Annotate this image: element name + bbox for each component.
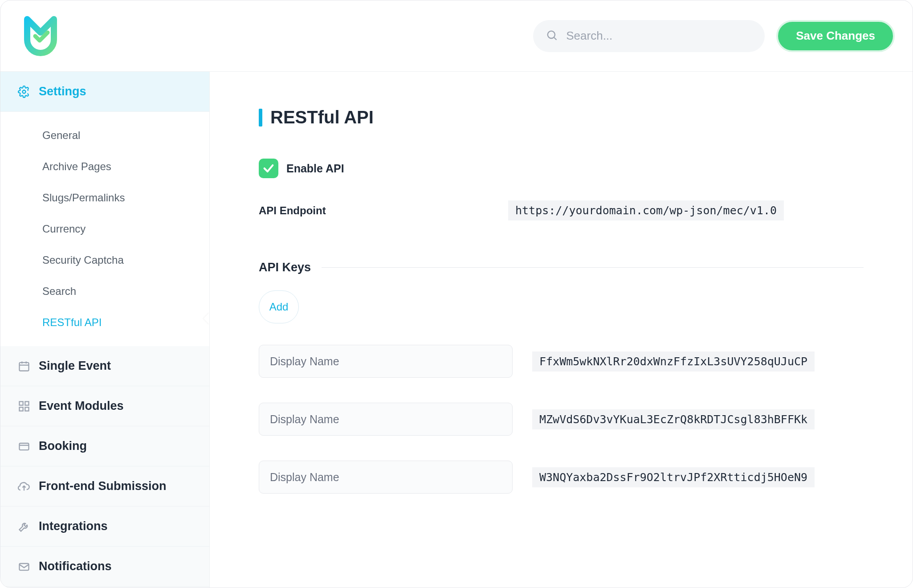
endpoint-value: https://yourdomain.com/wp-json/mec/v1.0 bbox=[508, 200, 784, 220]
svg-rect-7 bbox=[20, 401, 23, 405]
api-key-row: MZwVdS6Dv3vYKuaL3EcZrQ8kRDTJCsgl83hBFFKk bbox=[259, 403, 864, 436]
svg-rect-3 bbox=[20, 362, 29, 371]
api-keys-heading: API Keys bbox=[259, 261, 864, 274]
sidebar-section-single-event[interactable]: Single Event bbox=[0, 346, 209, 386]
check-icon bbox=[262, 162, 275, 175]
search-input[interactable] bbox=[566, 29, 752, 43]
wallet-icon bbox=[17, 440, 31, 453]
search-box[interactable] bbox=[533, 20, 765, 52]
grid-icon bbox=[17, 400, 31, 413]
sidebar-item-archive-pages[interactable]: Archive Pages bbox=[0, 151, 209, 182]
api-key-row: FfxWm5wkNXlRr20dxWnzFfzIxL3sUVY258qUJuCP bbox=[259, 345, 864, 378]
divider-line bbox=[322, 267, 864, 268]
endpoint-row: API Endpoint https://yourdomain.com/wp-j… bbox=[259, 200, 864, 220]
sidebar-section-label: Single Event bbox=[39, 359, 111, 373]
svg-rect-13 bbox=[20, 564, 29, 570]
sidebar-section-frontend-submission[interactable]: Front-end Submission bbox=[0, 466, 209, 506]
sidebar-section-integrations[interactable]: Integrations bbox=[0, 506, 209, 547]
sidebar-section-label: Event Modules bbox=[39, 399, 124, 413]
sidebar-section-event-modules[interactable]: Event Modules bbox=[0, 386, 209, 426]
sidebar-item-restful-api[interactable]: RESTful API bbox=[0, 307, 209, 338]
mail-icon bbox=[17, 560, 31, 573]
sidebar-settings-submenu: General Archive Pages Slugs/Permalinks C… bbox=[0, 112, 209, 346]
api-key-name-input[interactable] bbox=[259, 403, 513, 436]
sidebar: Settings General Archive Pages Slugs/Per… bbox=[0, 72, 210, 588]
api-key-row: W3NQYaxba2DssFr9O2ltrvJPf2XRtticdj5HOeN9 bbox=[259, 461, 864, 494]
svg-line-1 bbox=[554, 37, 557, 40]
api-key-name-input[interactable] bbox=[259, 345, 513, 378]
sidebar-section-label: Settings bbox=[39, 85, 86, 98]
main-content: RESTful API Enable API API Endpoint http… bbox=[210, 72, 913, 588]
sidebar-section-booking[interactable]: Booking bbox=[0, 426, 209, 466]
enable-api-checkbox[interactable] bbox=[259, 159, 278, 178]
svg-rect-9 bbox=[20, 407, 23, 411]
page-title: RESTful API bbox=[259, 107, 864, 127]
search-icon bbox=[546, 29, 558, 43]
cloud-upload-icon bbox=[17, 480, 31, 493]
calendar-icon bbox=[17, 359, 31, 373]
svg-point-2 bbox=[23, 90, 26, 93]
sidebar-section-label: Notifications bbox=[39, 559, 112, 573]
sidebar-item-currency[interactable]: Currency bbox=[0, 213, 209, 245]
save-changes-button[interactable]: Save Changes bbox=[776, 20, 895, 52]
svg-rect-8 bbox=[25, 401, 29, 405]
sidebar-section-label: Booking bbox=[39, 439, 87, 453]
topbar: Save Changes bbox=[0, 0, 913, 72]
sidebar-section-label: Front-end Submission bbox=[39, 479, 167, 493]
sidebar-item-security-captcha[interactable]: Security Captcha bbox=[0, 245, 209, 276]
endpoint-label: API Endpoint bbox=[259, 204, 508, 217]
sidebar-section-notifications[interactable]: Notifications bbox=[0, 547, 209, 587]
enable-api-row: Enable API bbox=[259, 159, 864, 178]
sidebar-section-settings[interactable]: Settings bbox=[0, 72, 209, 112]
api-key-value: FfxWm5wkNXlRr20dxWnzFfzIxL3sUVY258qUJuCP bbox=[532, 351, 815, 372]
sidebar-section-label: Integrations bbox=[39, 519, 108, 533]
api-keys-heading-text: API Keys bbox=[259, 261, 311, 274]
wrench-icon bbox=[17, 520, 31, 533]
api-key-value: W3NQYaxba2DssFr9O2ltrvJPf2XRtticdj5HOeN9 bbox=[532, 467, 815, 487]
svg-rect-10 bbox=[25, 407, 29, 411]
enable-api-label: Enable API bbox=[286, 162, 344, 175]
sidebar-item-general[interactable]: General bbox=[0, 120, 209, 151]
svg-rect-11 bbox=[20, 443, 29, 450]
title-accent-bar bbox=[259, 109, 262, 127]
api-key-value: MZwVdS6Dv3vYKuaL3EcZrQ8kRDTJCsgl83hBFFKk bbox=[532, 409, 815, 429]
app-frame: Save Changes Settings General Archive Pa… bbox=[0, 0, 913, 588]
active-indicator-arrow bbox=[204, 312, 210, 325]
add-key-button[interactable]: Add bbox=[259, 290, 299, 323]
svg-point-0 bbox=[548, 31, 555, 38]
sidebar-item-slugs-permalinks[interactable]: Slugs/Permalinks bbox=[0, 182, 209, 213]
gear-icon bbox=[17, 85, 31, 98]
sidebar-item-search[interactable]: Search bbox=[0, 276, 209, 307]
api-keys-list: FfxWm5wkNXlRr20dxWnzFfzIxL3sUVY258qUJuCP… bbox=[259, 345, 864, 494]
app-logo bbox=[18, 14, 63, 58]
api-key-name-input[interactable] bbox=[259, 461, 513, 494]
page-title-text: RESTful API bbox=[270, 107, 374, 127]
